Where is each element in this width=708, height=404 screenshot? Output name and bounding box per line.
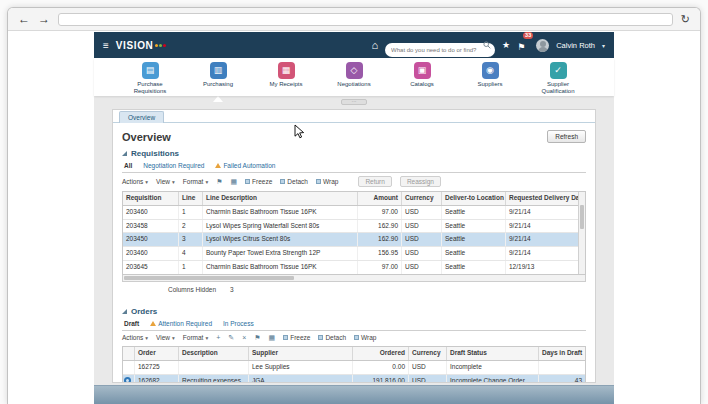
global-search[interactable] <box>385 38 495 52</box>
column-header-requisition[interactable]: Requisition <box>123 192 179 205</box>
column-header-description[interactable]: Description <box>179 347 249 360</box>
caret-down-icon: ▾ <box>205 335 208 341</box>
tab-attention-required[interactable]: Attention Required <box>150 320 212 327</box>
freeze-button[interactable]: Freeze <box>283 334 310 341</box>
flag-toolbar-icon[interactable]: ⚑ <box>254 334 260 342</box>
notifications[interactable]: ⚑ 33 <box>517 36 525 54</box>
tab-failed-automation[interactable]: Failed Automation <box>215 162 275 169</box>
freeze-icon <box>283 335 288 340</box>
table-row[interactable]: 203460 4 Bounty Paper Towel Extra Streng… <box>123 247 578 261</box>
orders-section: Orders Draft Attention Required In Proce… <box>122 307 586 382</box>
forward-icon[interactable]: → <box>38 13 50 25</box>
home-icon[interactable]: ⌂ <box>371 39 378 51</box>
nav-item-purchasing[interactable]: ▥ Purchasing <box>191 62 245 96</box>
nav-item-purchase-requisitions[interactable]: ▤ Purchase Requisitions <box>123 62 177 96</box>
nav-label: Purchasing <box>203 81 233 88</box>
return-button[interactable]: Return <box>358 176 392 187</box>
view-menu[interactable]: View▾ <box>156 334 175 341</box>
table-row[interactable]: 162725 Lee Supplies 0.00 USD Incomplete <box>123 361 585 375</box>
column-header-currency[interactable]: Currency <box>402 192 442 205</box>
caret-down-icon: ▾ <box>172 179 175 185</box>
tab-negotiation-required[interactable]: Negotiation Required <box>143 162 204 169</box>
column-header-days-in-draft[interactable]: Days in Draft <box>539 347 585 360</box>
menu-icon[interactable]: ≡ <box>103 40 109 51</box>
collapse-triangle-icon <box>122 151 127 156</box>
wrap-button[interactable]: Wrap <box>316 178 338 185</box>
nav-item-catalogs[interactable]: ▣ Catalogs <box>395 62 449 96</box>
table-row-selected[interactable]: 203450 3 Lysol Wipes Citrus Scent 80s 16… <box>123 233 578 247</box>
favorites-icon[interactable]: ★ <box>502 40 510 50</box>
vision-logo: VISION <box>116 40 167 51</box>
detach-icon <box>318 335 323 340</box>
tab-all[interactable]: All <box>124 162 132 169</box>
user-name[interactable]: Calvin Roth <box>556 41 595 50</box>
column-header-supplier[interactable]: Supplier <box>249 347 353 360</box>
horizontal-scrollbar[interactable] <box>122 275 586 282</box>
section-title: Orders <box>131 307 157 316</box>
notification-badge: 33 <box>523 32 533 39</box>
nav-label: Suppliers <box>477 81 502 88</box>
wrap-button[interactable]: Wrap <box>354 334 376 341</box>
column-header-currency[interactable]: Currency <box>409 347 447 360</box>
nav-item-my-receipts[interactable]: ▦ My Receipts <box>259 62 313 96</box>
table-row-selected[interactable]: 162682 Recruiting expenses JGA 191,816.0… <box>123 375 585 383</box>
caret-down-icon: ▾ <box>145 335 148 341</box>
vertical-scrollbar[interactable] <box>578 192 585 274</box>
user-menu-caret-icon[interactable]: ▾ <box>602 42 605 49</box>
view-menu[interactable]: View▾ <box>156 178 175 185</box>
format-menu[interactable]: Format▾ <box>183 334 208 341</box>
nav-item-negotiations[interactable]: ◇ Negotiations <box>327 62 381 96</box>
table-row[interactable]: 203645 1 Charmin Basic Bathroom Tissue 1… <box>123 261 578 274</box>
wrap-icon <box>354 335 359 340</box>
flag-toolbar-icon[interactable]: ⚑ <box>216 178 222 186</box>
nav-item-supplier-qualification[interactable]: ✓ Supplier Qualification <box>531 62 585 96</box>
actions-menu[interactable]: Actions▾ <box>122 334 148 341</box>
caret-down-icon: ▾ <box>205 179 208 185</box>
refresh-button[interactable]: Refresh <box>547 130 586 143</box>
app-container: ≡ VISION ⌂ ★ ⚑ 33 <box>94 32 614 404</box>
avatar[interactable] <box>536 39 549 52</box>
grid-toolbar-icon[interactable]: ▦ <box>269 334 276 342</box>
tab-label: Attention Required <box>158 320 212 327</box>
create-icon[interactable]: + <box>216 334 220 341</box>
page-tabstrip: Overview <box>113 110 595 123</box>
column-header-amount[interactable]: Amount <box>358 192 402 205</box>
url-bar[interactable] <box>58 13 673 26</box>
column-header-draft-status[interactable]: Draft Status <box>447 347 539 360</box>
nav-item-suppliers[interactable]: ◉ Suppliers <box>463 62 517 96</box>
grid-toolbar-icon[interactable]: ▦ <box>230 178 237 186</box>
column-header-deliver-to-location[interactable]: Deliver-to Location <box>442 192 506 205</box>
requisitions-section-header[interactable]: Requisitions <box>122 149 586 158</box>
splitter-handle[interactable]: ··· <box>341 99 367 105</box>
table-row[interactable]: 203458 2 Lysol Wipes Spring Waterfall Sc… <box>123 220 578 234</box>
tab-draft[interactable]: Draft <box>124 320 139 327</box>
column-header-line-description[interactable]: Line Description <box>203 192 358 205</box>
tab-overview[interactable]: Overview <box>119 111 164 123</box>
page-viewport: ≡ VISION ⌂ ★ ⚑ 33 <box>8 32 700 404</box>
detach-button[interactable]: Detach <box>318 334 346 341</box>
orders-section-header[interactable]: Orders <box>122 307 586 316</box>
freeze-button[interactable]: Freeze <box>245 178 272 185</box>
edit-icon[interactable]: ✎ <box>228 334 234 342</box>
format-menu[interactable]: Format▾ <box>183 178 208 185</box>
warning-icon <box>150 321 156 326</box>
delete-icon[interactable]: × <box>242 334 246 341</box>
columns-hidden-count: 3 <box>230 286 234 293</box>
back-icon[interactable]: ← <box>18 13 30 25</box>
column-header-line[interactable]: Line <box>179 192 203 205</box>
screenshot-root: ← → ↻ ≡ VISION ⌂ <box>0 0 708 404</box>
column-header-requested-delivery-date[interactable]: Requested Delivery Date <box>506 192 578 205</box>
table-row[interactable]: 203460 1 Charmin Basic Bathroom Tissue 1… <box>123 206 578 220</box>
tab-label: Failed Automation <box>223 162 275 169</box>
wrap-icon <box>316 179 321 184</box>
tab-in-process[interactable]: In Process <box>223 320 254 327</box>
columns-hidden: Columns Hidden 3 <box>168 286 586 293</box>
column-header-ordered[interactable]: Ordered <box>353 347 409 360</box>
reassign-button[interactable]: Reassign <box>400 176 441 187</box>
requisitions-table-header: Requisition Line Line Description Amount… <box>123 192 578 206</box>
search-input[interactable] <box>385 43 495 57</box>
actions-menu[interactable]: Actions▾ <box>122 178 148 185</box>
column-header-order[interactable]: Order <box>135 347 179 360</box>
detach-button[interactable]: Detach <box>280 178 308 185</box>
refresh-icon[interactable]: ↻ <box>681 13 690 26</box>
